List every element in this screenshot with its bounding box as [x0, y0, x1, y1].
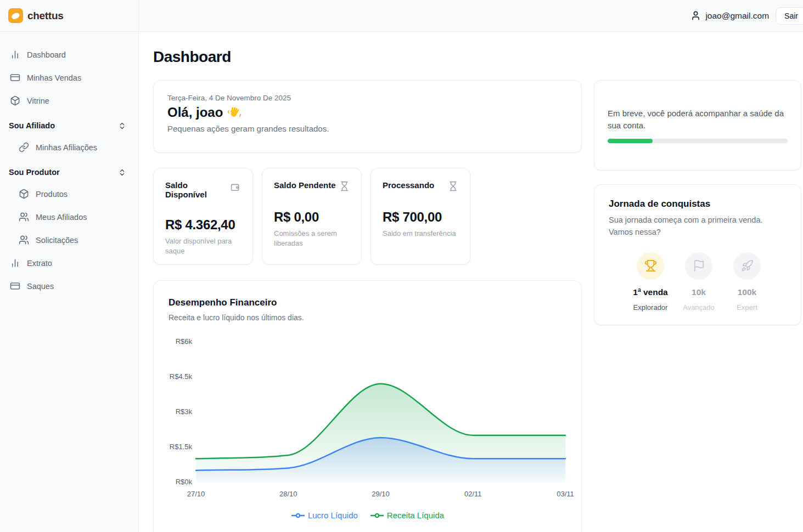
svg-text:28/10: 28/10 — [279, 490, 297, 498]
hourglass-icon — [448, 181, 458, 191]
chevrons-up-down-icon — [118, 122, 126, 130]
user-icon — [690, 10, 701, 21]
brand-name: chettus — [27, 10, 63, 22]
greeting-card: Terça-Feira, 4 De Novembro De 2025 Olá, … — [153, 80, 582, 153]
users-icon — [19, 212, 29, 222]
health-progress-fill — [608, 139, 653, 143]
legend-label: Receita Líquida — [387, 511, 444, 520]
achievement-10k: 10k Avançado — [675, 252, 723, 312]
stat-value: R$ 700,00 — [383, 210, 458, 225]
svg-text:R$4.5k: R$4.5k — [170, 372, 193, 381]
achievement-value: 100k — [738, 287, 756, 297]
sidebar-item-label: Minhas Vendas — [27, 73, 81, 82]
logout-button[interactable]: Sair — [776, 7, 803, 25]
sidebar-item-label: Meus Afiliados — [36, 213, 87, 222]
achievement-label: Avançado — [683, 303, 715, 312]
achievement-label: Expert — [737, 303, 757, 312]
achievement-100k: 100k Expert — [723, 252, 771, 312]
legend-marker-icon — [370, 512, 384, 519]
health-progress-bar — [608, 139, 788, 143]
sidebar-item-minhas-afiliacoes[interactable]: Minhas Afiliações — [12, 137, 133, 158]
stat-card-saldo-disponivel: Saldo Disponível R$ 4.362,40 Valor dispo… — [153, 168, 253, 265]
waving-hand-icon — [227, 106, 241, 120]
sidebar-item-produtos[interactable]: Produtos — [12, 183, 133, 205]
sidebar-item-meus-afiliados[interactable]: Meus Afiliados — [12, 206, 133, 228]
stat-title: Saldo Pendente — [274, 180, 336, 190]
svg-text:R$3k: R$3k — [176, 408, 193, 416]
page-title: Dashboard — [153, 48, 801, 66]
user-email: joao@gmail.com — [705, 11, 769, 21]
svg-text:02/11: 02/11 — [464, 490, 482, 498]
sidebar-section-sou-produtor[interactable]: Sou Produtor — [3, 161, 133, 183]
sidebar-item-label: Minhas Afiliações — [36, 143, 97, 152]
credit-card-icon — [10, 72, 20, 83]
sidebar-item-label: Extrato — [27, 259, 52, 268]
achievement-value: 1ª venda — [633, 287, 667, 297]
chart-subtitle: Receita e lucro líquido nos últimos dias… — [169, 313, 566, 322]
package-icon — [10, 95, 20, 106]
package-icon — [19, 189, 29, 199]
hourglass-icon — [339, 181, 350, 191]
sidebar-item-label: Saques — [27, 282, 54, 291]
stat-card-saldo-pendente: Saldo Pendente R$ 0,00 Comissões a serem… — [262, 168, 362, 265]
sidebar-nav: Dashboard Minhas Vendas Vitrine Sou Afil… — [0, 32, 138, 298]
page-content: Dashboard Terça-Feira, 4 De Novembro De … — [139, 32, 803, 532]
journey-subtitle: Sua jornada começa com a primeira venda.… — [609, 214, 787, 239]
users-icon — [19, 235, 29, 245]
bar-chart-icon — [10, 49, 20, 60]
journey-title: Jornada de conquistas — [609, 199, 787, 210]
sidebar-item-label: Dashboard — [27, 50, 66, 59]
flag-icon — [693, 259, 705, 272]
financial-chart-card: Desempenho Financeiro Receita e lucro lí… — [153, 280, 582, 532]
greeting-subtitle: Pequenas ações geram grandes resultados. — [167, 124, 568, 133]
legend-label: Lucro Líquido — [308, 511, 358, 520]
stat-description: Valor disponível para saque — [165, 236, 241, 256]
sidebar-item-minhas-vendas[interactable]: Minhas Vendas — [3, 67, 133, 88]
topbar: joao@gmail.com Sair — [139, 0, 803, 32]
sidebar-item-solicitacoes[interactable]: Solicitações — [12, 229, 133, 251]
greeting-date: Terça-Feira, 4 De Novembro De 2025 — [167, 94, 568, 102]
user-menu[interactable]: joao@gmail.com — [690, 10, 769, 21]
svg-text:R$1.5k: R$1.5k — [170, 443, 193, 451]
brand-logo[interactable]: chettus — [0, 0, 138, 32]
stats-row: Saldo Disponível R$ 4.362,40 Valor dispo… — [153, 168, 582, 265]
health-message: Em breve, você poderá acompanhar a saúde… — [608, 107, 788, 132]
sidebar-item-label: Solicitações — [36, 236, 78, 245]
chart-title: Desempenho Financeiro — [169, 297, 566, 308]
svg-text:R$6k: R$6k — [176, 337, 193, 346]
rocket-icon — [741, 259, 754, 272]
stat-value: R$ 0,00 — [274, 210, 350, 225]
bar-chart-icon — [10, 258, 20, 268]
sidebar-item-dashboard[interactable]: Dashboard — [3, 44, 133, 65]
sidebar-section-label: Sou Afiliado — [9, 121, 55, 130]
achievement-value: 10k — [692, 287, 706, 297]
stat-title: Processando — [383, 180, 434, 190]
sidebar-item-extrato[interactable]: Extrato — [3, 252, 133, 274]
sidebar-item-saques[interactable]: Saques — [3, 275, 133, 297]
wallet-icon — [231, 181, 241, 191]
link-icon — [19, 142, 29, 152]
sidebar: chettus Dashboard Minhas Vendas Vitrine … — [0, 0, 139, 532]
sidebar-item-label: Vitrine — [27, 97, 49, 105]
main-area: joao@gmail.com Sair Dashboard Terça-Feir… — [139, 0, 803, 532]
achievement-first-sale: 1ª venda Explorador — [626, 252, 675, 312]
stat-description: Saldo em transferência — [383, 229, 458, 239]
svg-text:R$0k: R$0k — [176, 478, 193, 486]
legend-item: Lucro Líquido — [291, 511, 358, 520]
achievement-label: Explorador — [633, 303, 668, 312]
brand-logo-icon — [8, 8, 23, 23]
svg-text:03/11: 03/11 — [557, 490, 574, 498]
legend-marker-icon — [291, 512, 305, 519]
svg-text:29/10: 29/10 — [372, 490, 390, 498]
sidebar-section-label: Sou Produtor — [9, 168, 60, 177]
credit-card-icon — [10, 281, 20, 291]
sidebar-item-vitrine[interactable]: Vitrine — [3, 90, 133, 111]
chart-legend: Lucro LíquidoReceita Líquida — [154, 511, 581, 520]
legend-item: Receita Líquida — [370, 511, 444, 520]
area-chart: R$6kR$4.5kR$3kR$1.5kR$0k27/1028/1029/100… — [154, 330, 581, 504]
trophy-icon — [644, 259, 657, 272]
chevrons-up-down-icon — [118, 168, 126, 177]
svg-text:27/10: 27/10 — [187, 490, 205, 498]
stat-card-processando: Processando R$ 700,00 Saldo em transferê… — [370, 168, 470, 265]
sidebar-section-sou-afiliado[interactable]: Sou Afiliado — [3, 115, 133, 137]
